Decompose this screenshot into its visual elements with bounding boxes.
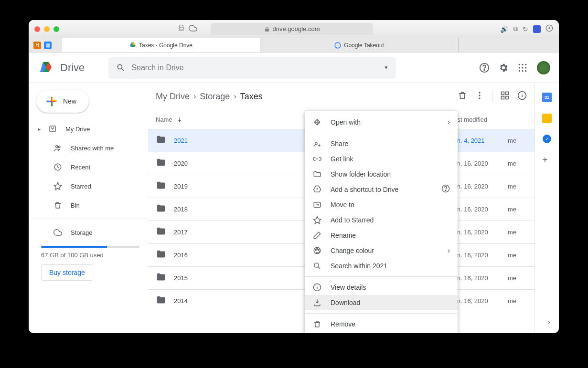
sidebar-item-bin[interactable]: Bin [32, 196, 148, 215]
download-icon [312, 298, 322, 307]
reload-icon[interactable]: ↻ [523, 25, 528, 33]
search-icon [116, 63, 126, 73]
menu-item-trash[interactable]: Remove [305, 316, 458, 332]
column-modified[interactable]: Last modified [450, 116, 527, 123]
maximize-window-button[interactable] [53, 26, 59, 32]
chevron-right-icon: › [448, 246, 450, 255]
menu-item-share[interactable]: Share [305, 136, 458, 151]
svg-rect-23 [506, 92, 509, 95]
app-header: Drive ▼ [29, 53, 559, 83]
audio-icon[interactable]: 🔊 [500, 25, 508, 33]
search-options-icon[interactable]: ▼ [384, 65, 388, 70]
menu-label: Add a shortcut to Drive [331, 186, 398, 193]
search-box[interactable]: ▼ [108, 57, 396, 79]
menu-item-rename[interactable]: Rename [305, 228, 458, 243]
info-icon[interactable] [517, 91, 527, 102]
buy-storage-button[interactable]: Buy storage [41, 264, 93, 281]
menu-item-open[interactable]: Open with› [305, 115, 458, 130]
browser-tab-bar: H ▦ Taxes - Google Drive Google Takeout [29, 38, 559, 53]
folder-icon [156, 226, 166, 239]
menu-item-info[interactable]: View details [305, 280, 458, 295]
downloads-icon[interactable] [545, 24, 553, 33]
menu-separator [305, 133, 458, 133]
menu-item-move[interactable]: Move to [305, 197, 458, 212]
menu-item-folder[interactable]: Show folder location [305, 167, 458, 182]
grid-view-icon[interactable] [500, 91, 510, 102]
breadcrumb-2[interactable]: Taxes [240, 92, 263, 102]
modified-date: Jan. 16, 2020 [450, 183, 508, 190]
modified-date: Jan. 16, 2020 [450, 252, 508, 259]
more-icon[interactable] [475, 91, 484, 102]
breadcrumb-0[interactable]: My Drive [156, 92, 190, 102]
sidebar-separator [32, 219, 148, 219]
search-input[interactable] [131, 63, 378, 72]
svg-point-11 [525, 67, 526, 68]
svg-point-13 [522, 70, 523, 72]
menu-item-shortcut[interactable]: Add a shortcut to Drive [305, 182, 458, 197]
app-name: Drive [60, 62, 85, 74]
sidebar-item-starred[interactable]: Starred [32, 177, 148, 196]
sidebar-item-mydrive[interactable]: ▸ My Drive [32, 119, 148, 138]
pip-icon[interactable]: ⧉ [513, 25, 518, 33]
modified-by: me [508, 229, 527, 236]
password-manager-icon[interactable] [533, 25, 541, 33]
url-bar[interactable]: drive.google.com [211, 23, 373, 35]
cloud-icon[interactable] [189, 24, 197, 34]
cloud-icon [53, 228, 63, 237]
share-icon [312, 139, 322, 148]
menu-item-search[interactable]: Search within 2021 [305, 258, 458, 273]
svg-point-7 [522, 63, 523, 65]
svg-point-16 [56, 146, 58, 148]
sidebar-item-storage[interactable]: Storage [32, 223, 148, 242]
drive-favicon [129, 42, 136, 49]
menu-label: Share [331, 140, 348, 147]
folder-icon [156, 272, 166, 284]
collapse-panel-icon[interactable]: › [548, 318, 550, 326]
drive-logo[interactable] [36, 58, 55, 77]
add-addon-icon[interactable]: + [542, 155, 552, 164]
sidebar-label: Starred [71, 183, 91, 190]
modified-by: me [508, 274, 527, 282]
chevron-right-icon: › [448, 118, 450, 126]
pinned-tab-1[interactable]: H [33, 42, 41, 49]
sidebar-label: Shared with me [71, 145, 114, 152]
svg-point-33 [317, 248, 318, 249]
sidebar-item-recent[interactable]: Recent [32, 158, 148, 177]
header-right [479, 60, 551, 75]
shortcut-icon [312, 185, 322, 194]
tasks-icon[interactable]: ✓ [543, 135, 551, 143]
help-icon[interactable] [441, 184, 450, 195]
ghost-icon[interactable] [178, 24, 185, 33]
lock-icon [264, 26, 270, 32]
sidebar-item-shared[interactable]: Shared with me [32, 138, 148, 158]
svg-point-14 [525, 70, 526, 72]
trash-icon[interactable] [458, 91, 467, 102]
breadcrumb-1[interactable]: Storage [200, 92, 230, 102]
close-window-button[interactable] [34, 26, 40, 32]
mydrive-icon [48, 125, 58, 133]
expand-icon[interactable]: ▸ [38, 126, 41, 132]
svg-point-0 [180, 27, 181, 28]
calendar-icon[interactable]: 31 [542, 93, 552, 102]
new-button[interactable]: New [36, 90, 89, 113]
svg-point-8 [525, 63, 526, 65]
minimize-window-button[interactable] [44, 26, 50, 32]
account-avatar[interactable] [536, 60, 551, 75]
menu-item-star[interactable]: Add to Starred [305, 212, 458, 228]
support-icon[interactable] [479, 62, 490, 74]
menu-item-link[interactable]: Get link [305, 151, 458, 167]
svg-point-10 [522, 67, 523, 68]
menu-item-palette[interactable]: Change colour› [305, 243, 458, 258]
modified-date: Jan. 16, 2020 [450, 297, 508, 305]
pinned-tab-2[interactable]: ▦ [44, 42, 52, 49]
modified-by: me [508, 297, 527, 305]
browser-tab-drive[interactable]: Taxes - Google Drive [62, 38, 260, 52]
traffic-lights [34, 26, 59, 32]
apps-icon[interactable] [517, 62, 528, 74]
sort-down-icon [176, 116, 183, 123]
keep-icon[interactable] [542, 114, 552, 123]
browser-tab-takeout[interactable]: Google Takeout [260, 38, 459, 52]
settings-icon[interactable] [498, 62, 509, 74]
menu-item-download[interactable]: Download [305, 295, 458, 310]
link-icon [312, 155, 322, 163]
